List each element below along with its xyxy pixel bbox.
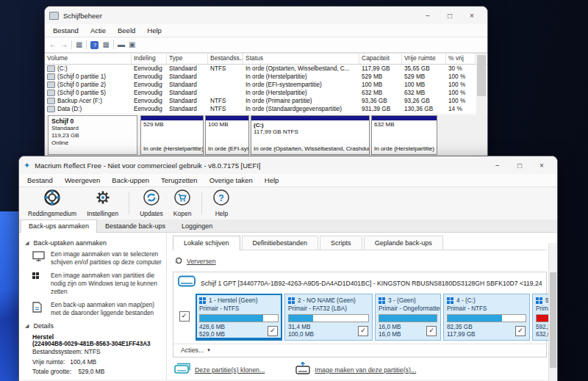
dm-close-button[interactable]: × [461,7,483,23]
partition-checkbox[interactable]: ✓ [268,326,278,336]
dm-volume-table: Volume Indeling Type Bestandss... Status… [45,53,487,113]
disk-management-window: Schijfbeheer − □ × Bestand Actie Beeld H… [44,6,488,160]
mr-close-button[interactable]: × [531,157,553,173]
console-icon[interactable]: ▣ [129,40,135,49]
usage-bar [379,314,437,322]
mr-menu-overige-taken[interactable]: Overige taken [204,174,258,186]
task-image-windows-partitions[interactable]: Een image aanmaken van partities die nod… [32,272,162,296]
dm-menu-bestand[interactable]: Bestand [48,24,84,37]
tab-scripts[interactable]: Scripts [320,236,362,250]
expander-icon[interactable]: ◢ [25,240,29,246]
toolbar-separator [86,40,87,49]
dm-maximize-button[interactable]: □ [439,7,461,23]
table-row[interactable]: (C:) EenvoudigStandaard NTFSIn orde (Ops… [45,65,487,73]
col-type[interactable]: Type [167,54,208,64]
col-vrije-ruimte[interactable]: Vrije ruimte [402,54,446,64]
settings-button[interactable]: Instellingen [87,189,118,217]
tab-loggingen[interactable]: Loggingen [173,219,220,232]
disk0-partition-c[interactable]: (C:) 117,99 GB NTFS In orde (Opstarten, … [251,115,370,155]
windows-logo-icon [199,297,206,304]
dm-titlebar[interactable]: Schijfbeheer − □ × [45,7,487,24]
sidebar-section-create[interactable]: ◢ Back-uptaken aanmaken [25,239,162,247]
disk0-partition-4[interactable]: 632 MB In orde (Herstelpartitie) [371,115,437,155]
table-row[interactable]: (Schijf 0 partitie 1) EenvoudigStandaard… [45,73,487,81]
partition-checkbox[interactable]: ✓ [515,326,526,336]
col-capaciteit[interactable]: Capaciteit [359,54,402,64]
dm-menu-actie[interactable]: Actie [85,24,111,37]
file-backup-icon [32,301,46,317]
mr-menu-help[interactable]: Help [259,174,284,186]
dm-table-header: Volume Indeling Type Bestandss... Status… [45,53,487,65]
dm-menu-help[interactable]: Help [142,24,167,37]
life-ring-icon [43,189,61,209]
col-bestandssysteem[interactable]: Bestandss... [208,54,243,64]
tab-geplande-backups[interactable]: Geplande back-ups [364,236,443,250]
buy-button[interactable]: Kopen [173,189,192,217]
toolbar-separator [129,192,129,214]
clone-partitions-link[interactable]: Deze partitie(s) klonen... [174,363,265,377]
properties-icon[interactable]: ▬ [118,40,125,49]
table-row[interactable]: (Schijf 0 partitie 5) EenvoudigStandaard… [45,89,487,97]
refresh-link[interactable]: Verversen [174,255,547,268]
disk0-partition-1[interactable]: 529 MB In orde (Herstelpartitie) [140,115,204,155]
dm-scrollbar-thumb[interactable] [477,55,486,96]
sidebar-section-details[interactable]: ◢ Details [25,322,162,330]
updates-button[interactable]: Updates [140,189,163,217]
refresh-icon [143,189,160,209]
volume-icon [47,81,55,88]
back-icon[interactable]: ← [49,40,57,49]
disk0-label[interactable]: Schijf 0 Standaard 119,23 GB Online [48,115,137,155]
usage-bar [447,314,526,322]
help-icon[interactable]: ? [90,41,98,49]
volume-icon [47,98,55,104]
col-indeling[interactable]: Indeling [132,54,167,64]
partition-card-4-c[interactable]: 4 - (C:) Primair - NTFS 82,35 GB117,99 G… [443,294,530,341]
mr-menu-terugzetten[interactable]: Terugzetten [156,174,203,186]
tab-bestaande-backups[interactable]: Bestaande back-ups [97,219,173,232]
chevron-down-icon: ▾ [207,347,210,353]
partition-checkbox[interactable]: ✓ [426,326,437,336]
volume-icon [47,106,55,112]
partition-card-2-noname[interactable]: 2 - NO NAME (Geen) Primair - FAT32 (LBA)… [284,294,373,341]
mr-menu-bestand[interactable]: Bestand [22,174,58,186]
details-filesystem: Bestandssysteem: NTFS [32,347,162,358]
mr-scrollbar-thumb[interactable] [550,272,556,368]
task-backup-folders[interactable]: Een back-up aanmaken van map(pen) met de… [32,301,162,317]
usage-bar [288,314,369,322]
mr-minimize-button[interactable]: − [487,157,509,173]
image-partitions-link[interactable]: Image maken van deze partitie(s)... [295,362,416,377]
table-row[interactable]: Backup Acer (F:) EenvoudigStandaard NTFS… [45,97,487,105]
mr-main-tabs: Lokale schijven Definitiebestanden Scrip… [173,236,547,250]
table-row[interactable]: Data (D:) EenvoudigStandaard NTFSIn orde… [45,105,487,113]
partition-checkbox[interactable]: ✓ [358,326,368,336]
partition-card-1-herstel[interactable]: 1 - Herstel (Geen) Primair - NTFS 428,6 … [196,294,282,341]
expander-icon[interactable]: ◢ [25,323,29,329]
windows-logo-icon [447,297,453,304]
help-button[interactable]: ? Help [212,189,230,217]
forward-icon[interactable]: → [60,40,68,49]
rescue-media-button[interactable]: Reddingsmedium [28,189,76,217]
table-row[interactable]: (Schijf 0 partitie 2) EenvoudigStandaard… [45,81,487,89]
task-image-selected-disks[interactable]: Een image aanmaken van te selecteren sch… [32,250,162,266]
dm-scrollbar[interactable] [476,54,487,159]
acties-dropdown[interactable]: Acties... ▾ [173,344,546,357]
list-view-icon[interactable]: ▦ [76,40,82,49]
toolbar-separator [113,40,114,49]
col-pct-vrij[interactable]: % vrij [446,54,476,64]
tab-backups-aanmaken[interactable]: Back-ups aanmaken [21,219,97,233]
dm-minimize-button[interactable]: − [417,7,439,23]
tab-definitiebestanden[interactable]: Definitiebestanden [242,236,319,250]
dm-menu-beeld[interactable]: Beeld [112,24,140,37]
col-volume[interactable]: Volume [45,54,132,64]
mr-menu-weergeven[interactable]: Weergeven [60,174,105,186]
mr-titlebar[interactable]: ✦ Macrium Reflect Free - Niet voor comme… [19,156,557,174]
tab-lokale-schijven[interactable]: Lokale schijven [173,236,240,250]
mr-scrollbar[interactable] [548,243,557,381]
disk0-partition-2[interactable]: 100 MB In orde (EFI-systee [205,115,249,155]
col-status[interactable]: Status [243,54,359,64]
graphic-view-icon[interactable]: ▦ [102,40,109,49]
mr-maximize-button[interactable]: □ [509,157,531,173]
disk1-select-checkbox[interactable]: ✓ [179,311,190,322]
partition-card-3[interactable]: 3 - (Geen) Primair - Ongeformatteerd 16,… [375,294,441,341]
mr-menu-backuppen[interactable]: Back-uppen [107,174,154,186]
